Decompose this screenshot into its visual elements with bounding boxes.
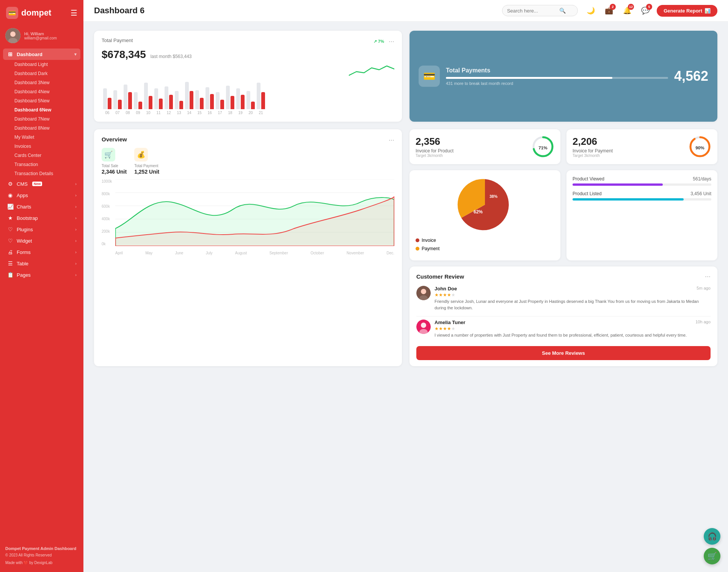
sidebar-item-invoices[interactable]: Invoices (3, 142, 80, 151)
avatar (5, 28, 20, 43)
bar-group (154, 88, 163, 109)
progress-bar-wrap (446, 77, 668, 79)
messages-button[interactable]: 💬 5 (639, 4, 652, 17)
footer-copyright: © 2023 All Rights Reserved (5, 552, 78, 558)
review-time-2: 10h ago (695, 320, 711, 325)
sidebar-item-transaction[interactable]: Transaction (3, 160, 80, 169)
sidebar-item-my-wallet[interactable]: My Wallet (3, 133, 80, 142)
search-box[interactable]: 🔍 (502, 5, 578, 16)
see-more-reviews-button[interactable]: See More Reviews (416, 346, 711, 360)
x-axis-labels: April May June July August September Oct… (115, 251, 394, 255)
user-info: Hi, William william@gmail.com (24, 31, 57, 40)
logo[interactable]: 💳 dompet (6, 7, 51, 19)
bar-grey (195, 90, 199, 109)
bootstrap-icon: ★ (7, 215, 14, 221)
dashboard-light-label: Dashboard Light (14, 62, 48, 67)
bar-grey (144, 83, 148, 109)
bar-x-label: 18 (226, 111, 234, 115)
bar-x-label: 14 (185, 111, 193, 115)
transaction-details-label: Transaction Details (14, 171, 53, 176)
review-name-row-2: Amelia Tuner 10h ago (435, 320, 711, 325)
chevron-right-icon: › (75, 182, 77, 186)
invoice-product-target: Target 3k/month (416, 154, 527, 158)
pie-chart-svg: 62% 38% (457, 176, 513, 233)
sidebar-item-bootstrap[interactable]: ★ Bootstrap › (3, 212, 80, 224)
theme-toggle-button[interactable]: 🌙 (584, 4, 598, 17)
sidebar-item-pages[interactable]: 📋 Pages › (3, 269, 80, 281)
notifications-button[interactable]: 🔔 12 (620, 4, 634, 17)
cart-icon: 🛒 (708, 552, 717, 561)
bar-grey (124, 85, 127, 109)
product-listed-val: 3,456 Unit (690, 191, 711, 196)
sidebar-item-cards-center[interactable]: Cards Center (3, 151, 80, 160)
sidebar-item-dashboard-light[interactable]: Dashboard Light (3, 60, 80, 69)
sidebar-item-dashboard-5[interactable]: Dashboard 5 New (3, 96, 80, 105)
more-options-button[interactable]: ··· (389, 38, 394, 45)
cms-icon: ⚙ (7, 181, 14, 187)
bar-x-label: 20 (246, 111, 255, 115)
chevron-down-icon: ▾ (74, 52, 77, 57)
sidebar-item-forms[interactable]: 🖨 Forms › (3, 246, 80, 258)
sidebar-item-cms[interactable]: ⚙ CMS New › (3, 178, 80, 190)
total-payments-count: 4,562 (674, 68, 708, 84)
badge-new: New (42, 107, 52, 113)
sidebar-item-plugins[interactable]: ♡ Plugins › (3, 224, 80, 235)
sidebar-item-dashboard-dark[interactable]: Dashboard Dark (3, 69, 80, 78)
bar-grey (134, 92, 138, 109)
sidebar-item-apps[interactable]: ◉ Apps › (3, 190, 80, 201)
invoice-product-info: 2,356 Invoice for Product Target 3k/mont… (416, 136, 527, 158)
bar-red (251, 102, 255, 109)
product-viewed-header: Product Viewed 561/days (573, 176, 711, 182)
bar-red (128, 92, 132, 109)
search-input[interactable] (507, 8, 556, 14)
bar-x-label: 13 (175, 111, 183, 115)
bar-group (257, 83, 265, 109)
sidebar-item-dashboard-7[interactable]: Dashboard 7 New (3, 114, 80, 124)
bar-group (185, 82, 193, 109)
invoice-payment-target: Target 3k/month (573, 154, 684, 158)
sidebar-item-charts[interactable]: 📈 Charts › (3, 201, 80, 212)
invoice-dot (416, 238, 419, 242)
invoice-legend-label: Invoice (422, 238, 436, 243)
sidebar-item-transaction-details[interactable]: Transaction Details (3, 169, 80, 178)
bar-red (220, 100, 224, 109)
sidebar-item-dashboard-3[interactable]: Dashboard 3 New (3, 78, 80, 87)
topbar: Dashboard 6 🔍 🌙 💼 2 🔔 12 💬 5 Generate Re (83, 0, 728, 22)
bar-red (118, 100, 122, 109)
notifications-badge: 12 (628, 4, 634, 10)
forms-icon: 🖨 (7, 249, 14, 255)
chevron-right-icon: › (75, 273, 77, 277)
cart-fab-button[interactable]: 🛒 (704, 548, 720, 564)
reviewer-name-2: Amelia Tuner (435, 320, 465, 325)
bar-red (179, 101, 183, 109)
bar-red (169, 95, 173, 109)
sidebar-item-dashboard-4[interactable]: Dashboard 4 New (3, 87, 80, 96)
blue-subtitle: 431 more to break last month record (446, 81, 668, 86)
invoice-product-card: 2,356 Invoice for Product Target 3k/mont… (410, 129, 560, 164)
total-sale-val: 2,346 Unit (102, 169, 127, 175)
reviews-more-options[interactable]: ··· (705, 273, 711, 281)
my-wallet-label: My Wallet (14, 135, 34, 140)
user-greeting: Hi, William (24, 31, 57, 36)
sidebar-item-table[interactable]: ☰ Table › (3, 258, 80, 269)
overview-more-options[interactable]: ··· (389, 136, 394, 144)
sidebar-item-widget[interactable]: ♡ Widget › (3, 235, 80, 246)
main-area: Dashboard 6 🔍 🌙 💼 2 🔔 12 💬 5 Generate Re (83, 0, 728, 572)
bar-grey (154, 88, 158, 109)
user-profile[interactable]: Hi, William william@gmail.com (0, 24, 83, 49)
widget-label: Widget (17, 238, 32, 244)
support-fab-button[interactable]: 🎧 (704, 528, 720, 545)
bar-group (246, 91, 255, 109)
generate-report-button[interactable]: Generate Report 📊 (657, 5, 717, 17)
sidebar-item-dashboard-6[interactable]: Dashboard 6 New (3, 105, 80, 114)
dashboard-7-label: Dashboard 7 (14, 116, 41, 122)
bar-group (103, 88, 111, 109)
wallet-button[interactable]: 💼 2 (602, 4, 616, 17)
sidebar-item-dashboard-8[interactable]: Dashboard 8 New (3, 124, 80, 133)
badge-new: New (41, 80, 50, 85)
bar-grey (165, 86, 168, 109)
bar-red (261, 92, 265, 109)
sidebar-item-dashboard[interactable]: ⊞ Dashboard ▾ (3, 49, 80, 60)
hamburger-button[interactable]: ☰ (71, 8, 77, 17)
logo-text: dompet (21, 8, 51, 18)
